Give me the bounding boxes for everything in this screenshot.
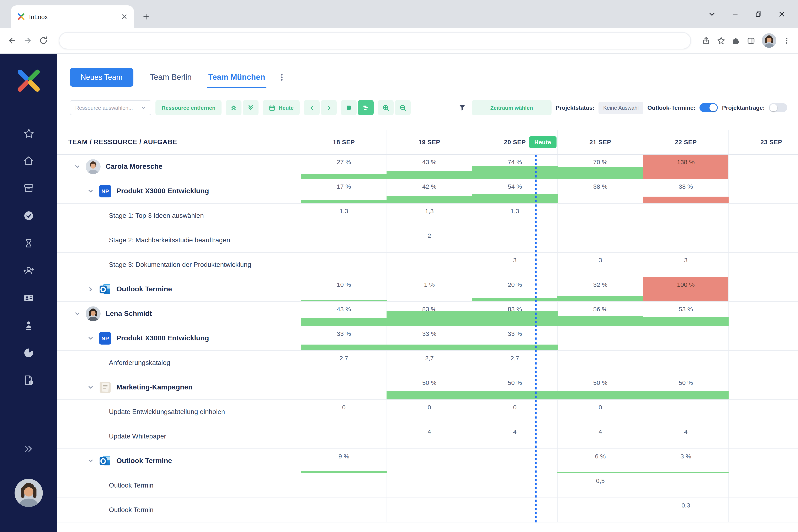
chevron-down-icon[interactable] (87, 384, 94, 391)
requests-toggle[interactable] (769, 103, 787, 112)
sidebar-avatar[interactable] (15, 479, 43, 507)
browser-menu-icon[interactable] (783, 37, 791, 44)
people-sync-icon[interactable] (23, 265, 35, 277)
project-status-value[interactable]: Keine Auswahl (599, 102, 643, 114)
np-icon: NP (99, 185, 111, 197)
share-icon[interactable] (702, 36, 710, 45)
person-icon[interactable] (23, 320, 35, 331)
reload-button[interactable] (39, 36, 48, 45)
tab-team-berlin[interactable]: Team Berlin (150, 73, 192, 82)
utilization-cell (301, 498, 387, 522)
utilization-cell: 33 % (387, 326, 472, 350)
row-label-cell[interactable]: Outlook Termin (57, 498, 301, 522)
profile-avatar[interactable] (762, 33, 776, 48)
close-button[interactable] (778, 10, 785, 18)
chevron-down-icon[interactable] (74, 310, 81, 317)
row-label-cell[interactable]: Carola Moresche (57, 155, 301, 179)
back-button[interactable] (7, 36, 17, 45)
browser-tab[interactable]: InLoox (11, 5, 134, 28)
view-compact-button[interactable] (341, 100, 357, 115)
document-info-icon[interactable] (23, 375, 35, 386)
chevron-right-icon[interactable] (87, 286, 94, 292)
date-range-button[interactable]: Zeitraum wählen (472, 100, 552, 115)
archive-icon[interactable] (23, 183, 35, 194)
view-gantt-button[interactable] (358, 100, 374, 115)
row-label-cell[interactable]: Update Entwicklungsabteilung einholen (57, 400, 301, 424)
utilization-cell: 83 % (387, 302, 472, 326)
tab-close-icon[interactable] (121, 14, 127, 20)
resource-grid: TEAM / RESSOURCE / AUFGABE 18 SEP19 SEP2… (57, 130, 798, 522)
minimize-button[interactable] (732, 10, 739, 18)
star-icon[interactable] (23, 128, 35, 139)
chevron-down-icon[interactable] (87, 335, 94, 342)
row-label-cell[interactable]: Update Whitepaper (57, 424, 301, 449)
zoom-out-icon (399, 104, 406, 111)
check-circle-icon[interactable] (23, 210, 35, 222)
utilization-value: 50 % (558, 379, 643, 386)
utilization-value: 0 (472, 403, 557, 411)
row-label-cell[interactable]: Stage 1: Top 3 Ideen auswählen (57, 204, 301, 228)
app-logo[interactable] (16, 68, 42, 95)
square-view-icon (346, 104, 352, 111)
forward-button[interactable] (23, 36, 33, 45)
next-button[interactable] (321, 100, 337, 115)
chevron-down-icon[interactable] (87, 188, 94, 194)
row-label-cell[interactable]: Marketing-Kampagnen (57, 375, 301, 399)
chevron-down-icon[interactable] (87, 458, 94, 464)
utilization-cell: 38 % (643, 179, 729, 203)
utilization-cell: 2,7 (472, 351, 558, 375)
extensions-icon[interactable] (732, 36, 740, 45)
utilization-cell (729, 400, 798, 424)
utilization-cell (729, 155, 798, 179)
prev-button[interactable] (304, 100, 320, 115)
utilization-bar (301, 345, 387, 350)
date-label: 20 SEP (504, 138, 526, 146)
address-bar[interactable] (59, 32, 691, 49)
project-row: Outlook Termine10 %1 %20 %32 %100 % (57, 277, 798, 302)
outlook-icon (99, 455, 111, 467)
sidebar-expand-button[interactable] (24, 444, 34, 456)
bookmark-star-icon[interactable] (717, 36, 725, 45)
chevron-down-icon[interactable] (74, 163, 81, 170)
zoom-out-button[interactable] (395, 100, 411, 115)
utilization-bar (643, 317, 729, 326)
maximize-button[interactable] (755, 10, 762, 18)
row-label-cell[interactable]: Outlook Termine (57, 449, 301, 473)
utilization-value: 0,3 (643, 502, 728, 509)
row-label-cell[interactable]: NPProdukt X3000 Entwicklung (57, 326, 301, 350)
tabstrip-dropdown-icon[interactable] (708, 10, 716, 18)
zoom-in-button[interactable] (378, 100, 394, 115)
person-row: Carola Moresche27 %43 %74 %70 %138 % (57, 155, 798, 179)
utilization-cell: 1,3 (387, 204, 472, 228)
collapse-all-button[interactable] (226, 100, 242, 115)
pie-chart-icon[interactable] (23, 347, 35, 359)
row-label-cell[interactable]: NPProdukt X3000 Entwicklung (57, 179, 301, 203)
new-team-button[interactable]: Neues Team (70, 68, 133, 87)
outlook-toggle[interactable] (700, 103, 718, 112)
utilization-cell: 3 (643, 253, 729, 277)
filter-icon[interactable] (458, 104, 466, 111)
utilization-cell (729, 375, 798, 399)
utilization-cell (387, 449, 472, 473)
row-label-cell[interactable]: Stage 3: Dokumentation der Produktentwic… (57, 253, 301, 277)
utilization-cell (558, 204, 643, 228)
row-label-cell[interactable]: Stage 2: Machbarkeitsstudie beauftragen (57, 228, 301, 252)
row-label-cell[interactable]: Lena Schmidt (57, 302, 301, 326)
date-label: 18 SEP (333, 138, 355, 146)
resource-select[interactable]: Ressource auswählen... (70, 100, 151, 115)
row-label-cell[interactable]: Anforderungskatalog (57, 351, 301, 375)
today-button[interactable]: Heute (263, 100, 300, 115)
new-tab-button[interactable] (139, 10, 153, 24)
project-status-label: Projektstatus: (556, 104, 594, 111)
row-label-cell[interactable]: Outlook Termine (57, 277, 301, 301)
contact-card-icon[interactable] (23, 292, 35, 304)
remove-resource-button[interactable]: Ressource entfernen (155, 100, 222, 115)
utilization-cell (729, 424, 798, 449)
home-icon[interactable] (23, 155, 35, 167)
tab-team-muenchen[interactable]: Team München (208, 73, 265, 82)
expand-all-button[interactable] (243, 100, 259, 115)
side-panel-icon[interactable] (747, 36, 755, 45)
hourglass-icon[interactable] (23, 237, 35, 249)
row-label-cell[interactable]: Outlook Termin (57, 473, 301, 497)
team-tabs-menu-icon[interactable] (278, 73, 286, 81)
